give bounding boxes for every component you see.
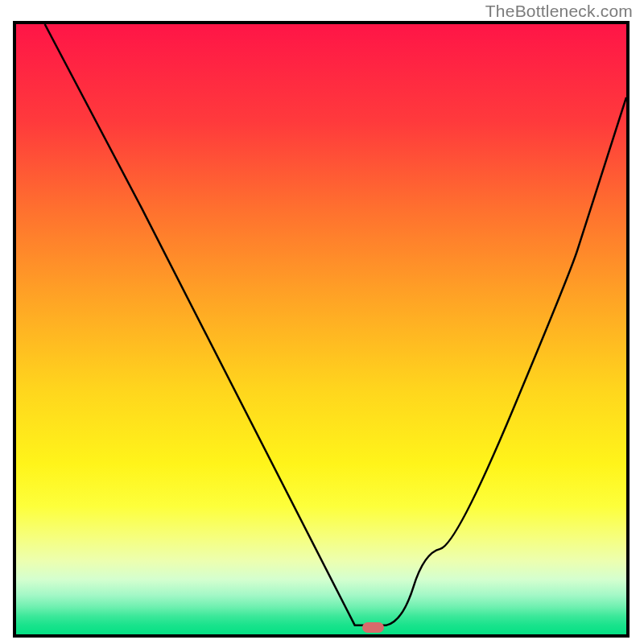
min-marker (362, 622, 384, 633)
chart-frame (13, 21, 630, 638)
bottleneck-curve (16, 24, 626, 634)
watermark-text: TheBottleneck.com (485, 2, 633, 21)
